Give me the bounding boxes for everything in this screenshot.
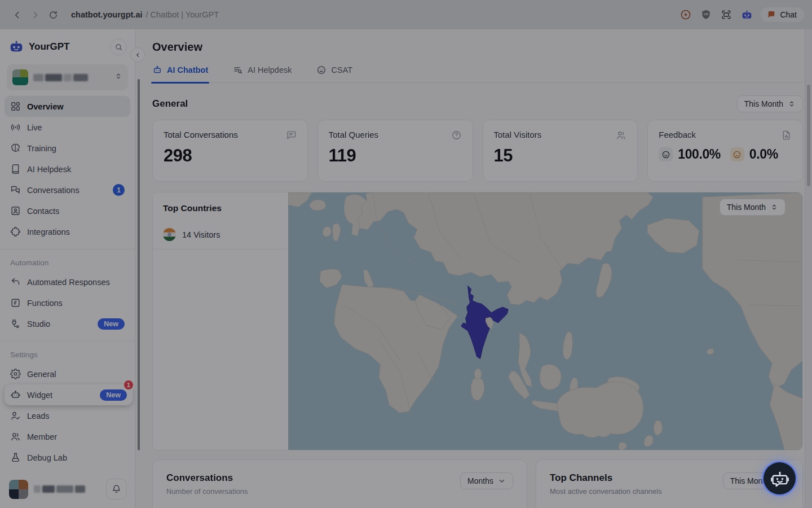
sidebar-item-label: General xyxy=(27,370,56,379)
search-icon xyxy=(114,43,123,51)
sidebar-item-widget[interactable]: Widget New 1 xyxy=(5,384,133,405)
file-chart-icon xyxy=(781,130,792,141)
selector-updown-icon xyxy=(770,203,778,211)
tab-csat[interactable]: CSAT xyxy=(316,65,352,82)
sidebar-item-automated-responses[interactable]: Automated Responses xyxy=(5,271,130,292)
stat-label: Total Conversations xyxy=(164,130,238,139)
tab-ai-chatbot[interactable]: AI Chatbot xyxy=(152,65,208,82)
sidebar-item-label: Debug Lab xyxy=(27,453,67,462)
sidebar-item-label: Leads xyxy=(27,411,50,421)
main-scrollbar-thumb[interactable] xyxy=(807,85,810,186)
section-label-automation: Automation xyxy=(10,259,125,267)
chevron-left-icon xyxy=(135,52,141,58)
browser-forward-button[interactable] xyxy=(26,6,44,24)
stat-value: 15 xyxy=(494,146,627,166)
page-title: Overview xyxy=(152,29,803,54)
user-name-redacted xyxy=(34,485,85,493)
top-channels-subtitle: Most active conversation channels xyxy=(550,487,662,496)
browser-reload-button[interactable] xyxy=(44,6,62,24)
sidebar-item-integrations[interactable]: Integrations xyxy=(5,221,130,242)
browser-toolbar: chatbot.yourgpt.ai / Chatbot | YourGPT U… xyxy=(0,0,812,29)
browser-back-button[interactable] xyxy=(8,6,26,24)
country-row-india[interactable]: 14 Visitors xyxy=(153,220,288,249)
top-countries-panel: Top Countries 14 Visitors xyxy=(153,192,288,450)
sidebar-item-overview[interactable]: Overview xyxy=(5,96,130,117)
sidebar-item-live[interactable]: Live xyxy=(5,117,130,138)
brain-icon xyxy=(10,143,21,154)
sidebar-item-label: Studio xyxy=(27,319,50,329)
chat-widget-launcher[interactable] xyxy=(764,462,796,494)
notifications-button[interactable] xyxy=(106,479,127,500)
world-map[interactable]: This Month xyxy=(288,192,802,450)
sidebar-item-functions[interactable]: Functions xyxy=(5,292,130,313)
shield-extension-icon[interactable]: UD xyxy=(700,8,712,21)
message-icon xyxy=(286,130,297,141)
stat-label: Total Visitors xyxy=(494,130,542,139)
plug-icon xyxy=(10,318,21,329)
conversations-period-select[interactable]: Months xyxy=(460,472,513,489)
sidebar-search-button[interactable] xyxy=(110,38,127,55)
sidebar-item-debug-lab[interactable]: Debug Lab xyxy=(5,447,130,468)
sidebar-item-general[interactable]: General xyxy=(5,364,130,384)
widget-new-badge: New xyxy=(100,389,127,401)
sidebar-item-label: Contacts xyxy=(27,207,59,216)
workspace-caret-icon xyxy=(114,72,122,82)
chevron-down-icon xyxy=(498,477,506,485)
browser-chat-button[interactable]: Chat xyxy=(761,7,804,22)
stat-value: 298 xyxy=(164,146,297,166)
sidebar-item-label: Overview xyxy=(27,102,64,111)
top-channels-title: Top Channels xyxy=(550,472,662,484)
sidebar-item-contacts[interactable]: Contacts xyxy=(5,200,130,221)
brand-name: YourGPT xyxy=(29,41,69,52)
users-icon xyxy=(616,130,626,141)
stat-card-total-visitors: Total Visitors 15 xyxy=(483,120,638,182)
user-avatar[interactable] xyxy=(9,480,28,499)
conversations-chart-card: Conversations Number of conversations Mo… xyxy=(152,459,527,508)
period-value: This Month xyxy=(744,99,783,108)
tab-ai-helpdesk[interactable]: AI Helpdesk xyxy=(233,65,292,82)
tab-label: CSAT xyxy=(331,65,352,75)
person-check-icon xyxy=(10,410,21,421)
reload-icon xyxy=(48,10,58,20)
brand-logo[interactable]: YourGPT xyxy=(9,40,69,54)
stat-card-total-queries: Total Queries 119 xyxy=(317,120,473,182)
svg-text:UD: UD xyxy=(704,12,709,16)
sidebar-item-label: Member xyxy=(27,432,57,441)
smiley-icon xyxy=(316,65,326,75)
sidebar-item-training[interactable]: Training xyxy=(5,138,130,159)
top-countries-title: Top Countries xyxy=(163,203,278,213)
top-countries-card: Top Countries 14 Visitors xyxy=(152,192,803,450)
stat-card-total-conversations: Total Conversations 298 xyxy=(152,120,308,182)
sidebar-collapse-button[interactable] xyxy=(130,47,145,62)
yourgpt-extension-icon[interactable] xyxy=(740,8,753,21)
address-bar[interactable]: chatbot.yourgpt.ai / Chatbot | YourGPT xyxy=(71,10,219,19)
sidebar: YourGPT Overview xyxy=(0,29,135,508)
sidebar-item-conversations[interactable]: Conversations 1 xyxy=(5,179,130,200)
broadcast-icon xyxy=(10,122,21,133)
gear-icon xyxy=(10,369,21,379)
sidebar-item-studio[interactable]: Studio New xyxy=(5,313,130,334)
sidebar-item-label: AI Helpdesk xyxy=(27,165,71,174)
stat-value: 119 xyxy=(329,146,462,166)
period-value: Months xyxy=(467,476,493,485)
positive-feedback-value: 100.0% xyxy=(678,147,721,162)
bell-icon xyxy=(112,484,121,494)
map-period-select[interactable]: This Month xyxy=(720,199,785,216)
sidebar-item-ai-helpdesk[interactable]: AI Helpdesk xyxy=(5,159,130,179)
sidebar-scrollbar[interactable] xyxy=(138,79,140,450)
sidebar-item-label: Integrations xyxy=(27,227,70,237)
sidebar-item-member[interactable]: Member xyxy=(5,426,130,447)
workspace-selector[interactable] xyxy=(7,64,128,90)
screenshot-extension-icon[interactable] xyxy=(720,8,732,21)
top-channels-card: Top Channels Most active conversation ch… xyxy=(536,459,803,508)
workspace-name-redacted xyxy=(33,74,88,81)
studio-new-badge: New xyxy=(98,318,125,330)
general-period-select[interactable]: This Month xyxy=(737,95,803,112)
india-flag-icon xyxy=(163,228,176,241)
main-content: Overview AI Chatbot AI Helpdesk CSAT Gen… xyxy=(135,29,812,508)
back-arrow-icon xyxy=(12,10,22,20)
list-search-icon xyxy=(233,65,243,75)
record-extension-icon[interactable] xyxy=(679,8,692,21)
sidebar-item-leads[interactable]: Leads xyxy=(5,405,130,426)
sidebar-item-label: Functions xyxy=(27,299,63,308)
